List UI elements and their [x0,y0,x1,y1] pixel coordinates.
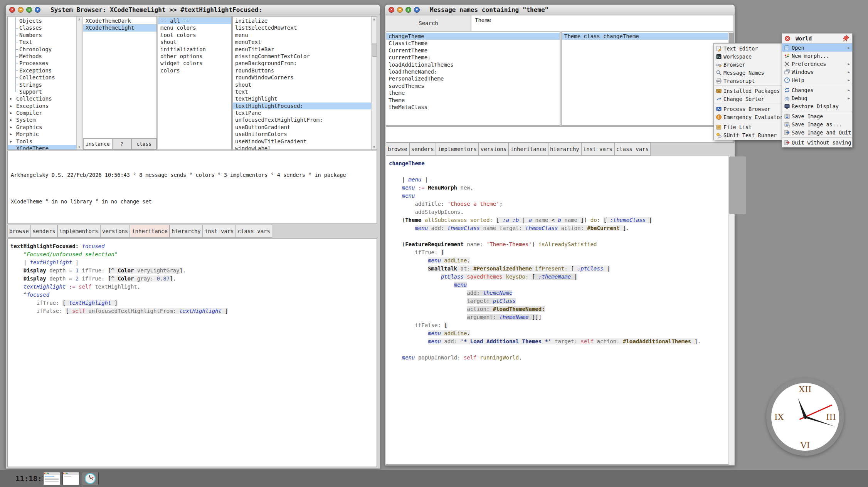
message-category-item-initialization[interactable]: initialization [158,46,231,53]
expander-icon[interactable]: ▶ [10,102,12,109]
window-menu-icon[interactable]: ▼ [414,7,420,13]
collapse-icon[interactable]: − [397,7,403,13]
class-category-item-collections[interactable]: Collections [8,74,77,81]
method-item-text[interactable]: text [233,88,372,95]
taskbar-thumbnail-system-browser[interactable] [43,472,60,485]
method-list-scrollbar[interactable]: ∧ ∨ [371,17,377,149]
method-item-texthighlightfocused[interactable]: textHighlightFocused: [233,102,372,109]
browser-button-hierarchy[interactable]: hierarchy [548,143,581,156]
browser-button-inst-vars[interactable]: inst vars [581,143,614,156]
analog-clock[interactable]: XII III VI IX [766,378,844,456]
method-item-windowlabel[interactable]: windowLabel [233,145,372,150]
menu-item-text-editor[interactable]: Text Editor [714,44,782,52]
class-category-item-text[interactable]: Text [8,39,77,45]
collapse-icon[interactable]: − [18,7,24,13]
class-category-item-exceptions[interactable]: Exceptions [8,67,77,74]
menu-item-installed-packages[interactable]: Installed Packages [714,87,782,95]
browser-button-versions[interactable]: versions [100,225,130,238]
system-browser-window[interactable]: ×−+▼ System Browser: XCodeThemeLight >> … [5,4,380,469]
menu-item-windows[interactable]: Windows▶ [782,68,852,76]
scroll-down-icon[interactable]: ∨ [77,144,82,149]
system-browser-titlebar[interactable]: ×−+▼ System Browser: XCodeThemeLight >> … [6,5,380,15]
browser-button-versions[interactable]: versions [479,143,508,156]
browser-button-browse[interactable]: browse [386,143,409,156]
menu-item-file-list[interactable]: File List [714,123,782,131]
class-category-item-collections[interactable]: ▶Collections [8,95,77,102]
message-category-list[interactable]: -- all --menu colorstool colorsshoutinit… [158,16,232,150]
menu-item-workspace[interactable]: Workspace [714,52,782,60]
method-item-shout[interactable]: shout [233,81,372,88]
browser-button-class-vars[interactable]: class vars [236,225,272,238]
menu-item-transcript[interactable]: Transcript [714,77,782,85]
browser-button-hierarchy[interactable]: hierarchy [170,225,203,238]
taskbar-thumbnail-message-names[interactable] [62,472,79,485]
message-category-item-all[interactable]: -- all -- [158,17,231,24]
class-side-tab-[interactable]: ? [112,138,131,149]
class-category-item-methods[interactable]: Methods [8,53,77,60]
class-category-item-system[interactable]: ▶System [8,116,77,123]
browser-button-senders[interactable]: senders [409,143,436,156]
method-list[interactable]: initializelistSelectedRowTextmenumenuTex… [232,16,377,150]
method-item-menutitlebar[interactable]: menuTitleBar [233,46,372,53]
selector-item-loadthemenamed[interactable]: loadThemeNamed: [386,68,560,75]
pushpin-icon[interactable] [842,35,850,42]
menu-item-change-sorter[interactable]: Change Sorter [714,95,782,103]
method-item-initialize[interactable]: initialize [233,17,372,24]
implementor-list[interactable]: Theme class changeTheme [562,32,734,126]
menu-item-message-names[interactable]: Message Names [714,69,782,77]
scrollbar-thumb[interactable] [729,156,746,214]
expand-icon[interactable]: + [26,7,32,13]
selector-item-changetheme[interactable]: changeTheme [386,33,560,40]
browser-button-browse[interactable]: browse [7,225,31,238]
expander-icon[interactable]: ▶ [10,131,12,138]
method-item-menu[interactable]: menu [233,32,372,39]
browser-button-implementors[interactable]: implementors [57,225,100,238]
close-icon[interactable]: × [389,7,394,13]
scrollbar-thumb[interactable] [372,44,377,57]
selector-item-savedthemes[interactable]: savedThemes [386,82,560,89]
menu-item-save-image[interactable]: Save Image [782,112,852,120]
class-list[interactable]: XCodeThemeDarkXCodeThemeLight instance?c… [83,16,157,150]
menu-item-sunit-test-runner[interactable]: SUnit Test Runner [714,131,782,139]
class-item-xcodethemedark[interactable]: XCodeThemeDark [83,17,156,24]
menu-item-open[interactable]: Open▶ [782,44,852,52]
menu-item-process-browser[interactable]: Process Browser [714,105,782,113]
class-category-item-support[interactable]: Support [8,88,77,95]
method-item-usewindowtitlegradient[interactable]: useWindowTitleGradient [233,138,372,145]
browser-button-inst-vars[interactable]: inst vars [203,225,236,238]
selector-item-currenttheme[interactable]: currentTheme: [386,54,560,61]
method-item-missingcommenttextcolor[interactable]: missingCommentTextColor [233,53,372,60]
message-category-item-other-options[interactable]: other options [158,53,231,60]
class-side-tab-instance[interactable]: instance [83,138,112,149]
class-category-item-objects[interactable]: Objects [8,17,77,24]
class-category-list[interactable]: ObjectsClassesNumbersTextChronologyMetho… [7,16,82,150]
expander-icon[interactable]: ▶ [10,138,12,145]
expander-icon[interactable]: ▶ [10,95,12,102]
class-category-item-classes[interactable]: Classes [8,24,77,31]
expander-icon[interactable]: ▶ [10,109,12,116]
menu-item-restore-display[interactable]: Restore Display [782,102,852,110]
class-category-item-morphic[interactable]: ▶Morphic [8,131,77,138]
method-item-useuniformcolors[interactable]: useUniformColors [233,131,372,138]
browser-button-senders[interactable]: senders [31,225,57,238]
expander-icon[interactable]: ▶ [10,124,12,131]
browser-button-implementors[interactable]: implementors [436,143,479,156]
menu-item-emergency-evaluator[interactable]: Emergency Evaluator [714,113,782,121]
expand-icon[interactable]: + [405,7,411,13]
selector-item-classictheme[interactable]: ClassicTheme [386,40,560,47]
class-category-item-strings[interactable]: Strings [8,81,77,88]
code-pane[interactable]: changeTheme | menu | menu := MenuMorph n… [386,156,734,465]
class-category-scrollbar[interactable]: ∧ ∨ [76,17,82,149]
expander-icon[interactable]: ▶ [10,116,12,123]
window-menu-icon[interactable]: ▼ [35,7,40,13]
menu-item-new-morph[interactable]: New morph... [782,52,852,60]
selector-item-currenttheme[interactable]: CurrentTheme [386,47,560,54]
menu-close-icon[interactable] [784,35,791,42]
selector-list[interactable]: changeThemeClassicThemeCurrentThemecurre… [386,32,560,126]
method-item-roundbuttons[interactable]: roundButtons [233,67,372,74]
method-item-menutext[interactable]: menuText [233,39,372,45]
scroll-down-icon[interactable]: ∨ [372,144,377,149]
menu-item-quit-without-saving[interactable]: Quit without saving [782,138,852,146]
browser-button-inheritance[interactable]: inheritance [508,143,548,156]
method-item-panebackgroundfrom[interactable]: paneBackgroundFrom: [233,60,372,67]
